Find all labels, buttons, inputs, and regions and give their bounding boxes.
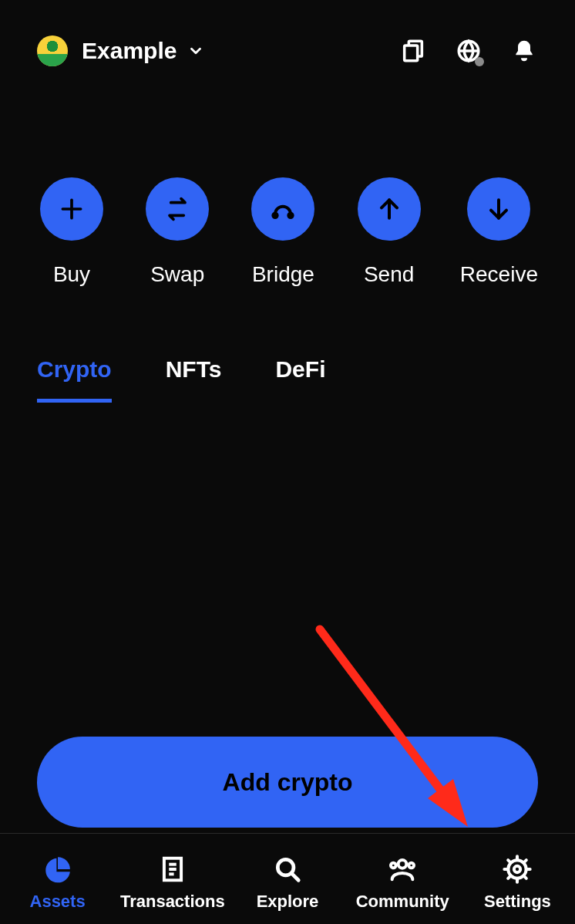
swap-icon xyxy=(146,177,209,241)
gear-icon xyxy=(501,853,533,885)
nav-label: Explore xyxy=(257,892,319,912)
action-label: Buy xyxy=(53,262,90,287)
svg-point-19 xyxy=(514,865,520,872)
action-label: Send xyxy=(364,262,414,287)
nav-label: Transactions xyxy=(120,892,225,912)
action-label: Bridge xyxy=(252,262,314,287)
globe-icon[interactable] xyxy=(455,37,483,65)
action-swap[interactable]: Swap xyxy=(143,177,212,287)
avatar xyxy=(37,35,68,66)
nav-assets[interactable]: Assets xyxy=(0,840,115,924)
tab-crypto[interactable]: Crypto xyxy=(37,356,112,403)
bell-icon[interactable] xyxy=(510,37,538,65)
svg-point-6 xyxy=(289,214,293,218)
account-name: Example xyxy=(82,38,177,64)
action-send[interactable]: Send xyxy=(355,177,424,287)
nav-label: Settings xyxy=(484,892,551,912)
plus-icon xyxy=(40,177,103,241)
nav-explore[interactable]: Explore xyxy=(230,840,345,924)
chevron-down-icon xyxy=(187,42,204,59)
search-icon xyxy=(271,853,304,885)
action-label: Swap xyxy=(150,262,204,287)
nav-transactions[interactable]: Transactions xyxy=(115,840,230,924)
action-bridge[interactable]: Bridge xyxy=(248,177,318,287)
nav-community[interactable]: Community xyxy=(345,840,460,924)
tab-nfts[interactable]: NFTs xyxy=(166,356,222,403)
svg-line-24 xyxy=(509,860,512,863)
svg-point-5 xyxy=(274,214,277,218)
action-label: Receive xyxy=(460,262,538,287)
copy-icon[interactable] xyxy=(399,37,427,65)
svg-point-16 xyxy=(391,862,396,868)
header-icons xyxy=(399,37,538,65)
status-dot xyxy=(475,57,484,66)
action-buy[interactable]: Buy xyxy=(37,177,106,287)
svg-point-15 xyxy=(398,860,407,868)
pie-icon xyxy=(42,853,74,885)
svg-line-26 xyxy=(509,875,512,878)
arrow-up-icon xyxy=(358,177,421,241)
people-icon xyxy=(386,853,419,885)
action-row: Buy Swap Bridge Send Receive xyxy=(0,177,575,287)
bridge-icon xyxy=(251,177,314,241)
header: Example xyxy=(0,0,575,77)
svg-line-27 xyxy=(524,860,527,863)
svg-rect-1 xyxy=(405,46,418,61)
account-selector[interactable]: Example xyxy=(37,35,204,66)
add-crypto-button[interactable]: Add crypto xyxy=(37,737,538,828)
nav-settings[interactable]: Settings xyxy=(460,840,575,924)
nav-label: Community xyxy=(356,892,449,912)
document-icon xyxy=(156,853,189,885)
nav-label: Assets xyxy=(30,892,86,912)
svg-line-14 xyxy=(292,874,298,880)
action-receive[interactable]: Receive xyxy=(460,177,538,287)
svg-line-25 xyxy=(524,875,527,878)
svg-point-17 xyxy=(409,862,415,868)
bottom-nav: Assets Transactions Explore Community Se… xyxy=(0,833,575,924)
tab-defi[interactable]: DeFi xyxy=(275,356,325,403)
arrow-down-icon xyxy=(467,177,530,241)
content-tabs: Crypto NFTs DeFi xyxy=(0,356,575,403)
